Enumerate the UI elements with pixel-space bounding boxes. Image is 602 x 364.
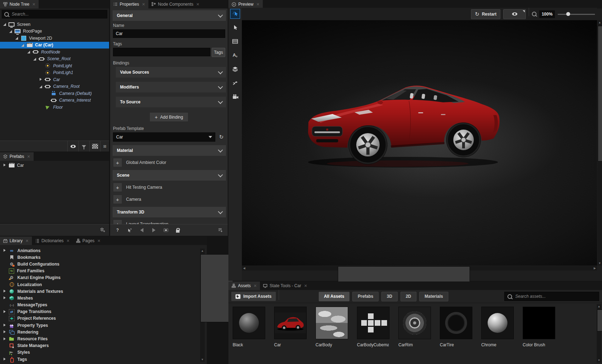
- library-item-property-types[interactable]: Property Types: [0, 322, 207, 329]
- tab-library[interactable]: Library ✕: [0, 237, 32, 245]
- layers-tool-button[interactable]: [231, 64, 240, 74]
- library-item-state-managers[interactable]: State Managers: [0, 342, 207, 349]
- section-to-source[interactable]: To Source: [116, 97, 226, 107]
- tree-item-floor[interactable]: Floor: [0, 104, 109, 111]
- section-transform-3d[interactable]: Transform 3D: [113, 207, 226, 217]
- visibility-dropdown-button[interactable]: [503, 9, 526, 19]
- history-forward-button[interactable]: [150, 227, 157, 233]
- filter-materials[interactable]: Materials: [419, 292, 448, 301]
- slider-track[interactable]: [558, 14, 595, 15]
- expander-closed-icon[interactable]: [3, 324, 6, 327]
- filter-2d[interactable]: 2D: [401, 292, 416, 301]
- library-item-project-references[interactable]: Project References: [0, 315, 207, 322]
- tab-dictionaries[interactable]: Dictionaries ✕: [32, 237, 73, 245]
- assets-scrollbar[interactable]: ▲ ▼: [597, 304, 601, 363]
- tree-item-car[interactable]: Car: [0, 76, 109, 83]
- black-sphere-thumbnail[interactable]: [233, 307, 265, 339]
- close-icon[interactable]: ✕: [256, 2, 260, 7]
- tree-item-car-car[interactable]: Car (Car): [0, 42, 109, 49]
- slider-thumb[interactable]: [566, 12, 570, 16]
- zoom-level-value[interactable]: 100%: [539, 10, 555, 18]
- close-icon[interactable]: ✕: [25, 239, 29, 243]
- section-value-sources[interactable]: Value Sources: [116, 67, 226, 78]
- zoom-slider[interactable]: [558, 11, 595, 18]
- close-icon[interactable]: ✕: [67, 239, 70, 243]
- text-tool-button[interactable]: A: [231, 51, 240, 60]
- expander-closed-icon[interactable]: [3, 330, 6, 334]
- expander-closed-icon[interactable]: [3, 249, 6, 252]
- scroll-up-icon[interactable]: ▲: [597, 20, 602, 25]
- tags-field[interactable]: [113, 48, 210, 56]
- expander-open-icon[interactable]: [9, 30, 12, 33]
- expander-open-icon[interactable]: [21, 44, 24, 47]
- scroll-up-icon[interactable]: ▲: [597, 304, 601, 309]
- tree-item-camera-root[interactable]: Camera_Root: [0, 83, 109, 90]
- asset-card-car[interactable]: Car: [274, 307, 306, 347]
- frame-selection-button[interactable]: [163, 227, 169, 233]
- interact-tool-button[interactable]: [231, 9, 240, 18]
- preview-vertical-scrollbar[interactable]: ▲ ▼: [597, 20, 602, 266]
- library-item-build-configurations[interactable]: Build Configurations: [0, 261, 207, 267]
- expander-open-icon[interactable]: [33, 57, 36, 61]
- library-scrollbar[interactable]: ▲ ▼: [200, 249, 205, 362]
- expander-closed-icon[interactable]: [3, 337, 6, 341]
- library-item-animations[interactable]: Animations: [0, 247, 207, 254]
- cubemap-thumbnail[interactable]: [357, 307, 390, 339]
- select-tool-button[interactable]: [231, 23, 240, 32]
- close-icon[interactable]: ✕: [254, 284, 257, 288]
- tags-button[interactable]: Tags: [212, 48, 225, 57]
- close-icon[interactable]: ✕: [304, 284, 307, 288]
- library-item-font-families[interactable]: Font Families: [0, 268, 207, 274]
- expander-closed-icon[interactable]: [3, 310, 6, 313]
- filter-all-assets[interactable]: All Assets: [319, 292, 350, 301]
- add-property-button[interactable]: [113, 158, 122, 167]
- tire-texture-thumbnail[interactable]: [440, 307, 472, 339]
- section-material[interactable]: Material: [113, 145, 226, 156]
- deselect-cursor-button[interactable]: [126, 227, 133, 233]
- tree-item-viewport-2d[interactable]: Viewport 2D: [0, 35, 109, 42]
- tree-item-camera-interest[interactable]: Camera_Interest: [0, 97, 109, 104]
- asset-card-carrim[interactable]: CarRim: [398, 307, 430, 347]
- search-input[interactable]: [11, 11, 105, 17]
- close-icon[interactable]: ✕: [32, 2, 35, 7]
- scroll-down-icon[interactable]: ▼: [597, 261, 602, 266]
- asset-card-carbodycubemap[interactable]: CarBodyCubema...: [357, 307, 389, 347]
- asset-card-cartire[interactable]: CarTire: [440, 307, 472, 347]
- alpha-checker-button[interactable]: [89, 141, 100, 152]
- black-swatch-thumbnail[interactable]: [523, 307, 555, 339]
- tree-item-camera-default[interactable]: Camera (Default): [0, 90, 109, 97]
- assets-search-input[interactable]: [515, 294, 596, 299]
- library-item-meshes[interactable]: Meshes: [0, 295, 207, 301]
- section-scene[interactable]: Scene: [113, 170, 226, 181]
- library-item-localization[interactable]: Localization: [0, 281, 207, 288]
- visibility-eye-button[interactable]: [67, 141, 78, 152]
- library-item-messagetypes[interactable]: MessageTypes: [0, 302, 207, 308]
- tree-item-pointligh1[interactable]: PointLigh1: [0, 69, 109, 76]
- car-body-texture-thumbnail[interactable]: [316, 307, 348, 339]
- expander-open-icon[interactable]: [27, 50, 30, 53]
- add-library-item-button[interactable]: [100, 228, 106, 233]
- close-icon[interactable]: ✕: [97, 239, 101, 243]
- preview-horizontal-scrollbar[interactable]: ◀ ▶: [242, 266, 597, 271]
- camera-tool-button[interactable]: [231, 92, 240, 101]
- rim-texture-thumbnail[interactable]: [398, 307, 431, 339]
- expander-closed-icon[interactable]: [39, 78, 42, 81]
- asset-card-color-brush[interactable]: Color Brush: [523, 307, 555, 347]
- name-field[interactable]: [113, 29, 225, 38]
- scroll-left-icon[interactable]: ◀: [242, 266, 246, 271]
- scroll-down-icon[interactable]: ▼: [200, 357, 205, 362]
- library-item-kanzi-engine-plugins[interactable]: Kanzi Engine Plugins: [0, 274, 207, 281]
- tab-preview[interactable]: Preview ✕: [228, 0, 263, 8]
- tree-item-pointlight[interactable]: PointLight: [0, 62, 109, 69]
- library-item-page-transitions[interactable]: Page Transitions: [0, 308, 207, 315]
- filter-button[interactable]: [78, 141, 89, 152]
- tab-state-tools-car[interactable]: State Tools - Car ✕: [260, 281, 310, 290]
- add-binding-button[interactable]: +Add Binding: [149, 112, 188, 122]
- scroll-down-icon[interactable]: ▼: [597, 358, 601, 363]
- tab-assets[interactable]: Assets ✕: [228, 281, 260, 290]
- import-assets-button[interactable]: Import Assets: [231, 292, 276, 301]
- history-back-button[interactable]: [138, 227, 145, 233]
- library-item-bookmarks[interactable]: Bookmarks: [0, 254, 207, 261]
- expander-closed-icon[interactable]: [3, 296, 6, 300]
- expander-open-icon[interactable]: [15, 36, 18, 40]
